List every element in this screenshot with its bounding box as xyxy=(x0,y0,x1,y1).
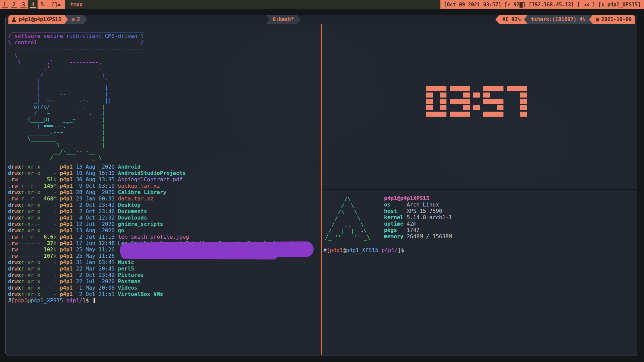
tmux-window-count-segment: ⊞ 2 xyxy=(68,15,83,24)
powerline-arrow-icon xyxy=(495,15,499,24)
focused-app-title: tmux xyxy=(70,0,83,9)
text-cursor xyxy=(94,298,95,303)
powerline-arrow-icon xyxy=(524,15,528,24)
tmux-status-right: AC 92% tshark:(181697) 4% ▦ 2021-10-09 xyxy=(495,15,635,24)
process-cpu-segment: tshark:(181697) 4% xyxy=(528,15,589,24)
file-row: drwxr-xr-x - p4p1 13 Aug 2020 Android xyxy=(8,164,302,170)
workspace-switcher: 12345[]= xyxy=(0,0,65,9)
file-row: drwxr-xr-x - p4p1 2 Oct 23:49 Pictures xyxy=(8,272,302,278)
tmux-session-info: p4p1@p4p1XPS15 ⊞ 2 xyxy=(8,15,87,24)
file-row: drwxr-xr-x - p4p1 2 Oct 21:51 VirtualBox… xyxy=(8,291,302,297)
system-info-row: host XPS 15 7590 xyxy=(384,208,452,214)
i3-status-bar: 12345[]= tmux [Oct 09 2021 03:57] [⚡ 92█… xyxy=(0,0,644,9)
session-user-label: p4p1@p4p1XPS15 xyxy=(19,16,61,22)
file-row: drwxr-x--- - p4p1 12 Jul 2020 ghidra_scr… xyxy=(8,221,302,227)
clock-digit xyxy=(450,86,470,118)
workspace-button-2[interactable]: 2 xyxy=(9,0,19,9)
file-row: drwxr-xr-x - p4p1 2 Oct 23:42 Desktop xyxy=(8,202,302,208)
clock-digit xyxy=(507,86,527,118)
file-row: drwxr-xr-x - p4p1 28 Aug 2020 Calibre Li… xyxy=(8,189,302,195)
user-icon xyxy=(12,17,16,22)
date-label: 2021-10-09 xyxy=(601,16,632,22)
shell-prompt[interactable]: #[p4p1@p4p1_XPS15 p4p1/]$ xyxy=(8,297,95,304)
tmux-window-tab[interactable]: 0:bash* xyxy=(266,15,301,24)
arch-linux-logo: /\ / \ /\ \ / \ / ,, \ / | | -\/_-'' ''-… xyxy=(325,196,370,241)
file-row: drwxr-xr-x - p4p1 10 Aug 15:30 AndroidSt… xyxy=(8,170,302,176)
neofetch-title: p4p1@p4p1XPS15 xyxy=(384,195,452,201)
file-row: .rw------- 51k p4p1 30 Aug 13:35 Aspiege… xyxy=(8,176,302,183)
workspace-button-1[interactable]: 1 xyxy=(0,0,9,9)
tmux-session-segment: p4p1@p4p1XPS15 xyxy=(8,15,64,24)
powerline-arrow-icon xyxy=(297,15,301,24)
cowsay-speech-bubble: ________________________________________… xyxy=(8,26,144,52)
file-row: drwxr-xr-x - p4p1 31 Jan 03:41 Music xyxy=(8,259,302,265)
file-row: drwxr-xr-x - p4p1 4 Oct 12:32 Downloads xyxy=(8,215,302,221)
clock-colon xyxy=(473,86,480,118)
file-row: drwxr-xr-x - p4p1 13 Aug 2020 go xyxy=(8,227,302,234)
shell-prompt[interactable]: #[p4p1@p4p1_XPS15 p4p1/]$ xyxy=(323,247,404,253)
system-info-row: kernel 5.14.8-arch1-1 xyxy=(384,214,452,221)
workspace-button-3[interactable]: 3 xyxy=(19,0,28,9)
system-info-row: os Arch Linux xyxy=(384,201,452,208)
workspace-button-5[interactable]: 5 xyxy=(38,0,47,9)
file-row: drwxr-xr-x - p4p1 2 Oct 23:46 Documents xyxy=(8,208,302,215)
layout-indicator: []= xyxy=(47,0,65,9)
system-info-row: uptime 42m xyxy=(384,221,452,227)
file-row: .rw-r--r-- 6.6k p4p1 2 Jul 11:13 leo_smi… xyxy=(8,234,302,240)
cowsay-ascii-art: \ \ ,' _------~~-, ,' , / : | ` | | | _-… xyxy=(8,53,111,161)
clock-digit xyxy=(483,86,503,118)
powerline-arrow-icon xyxy=(266,15,269,24)
clock-digit xyxy=(426,86,446,118)
system-info-row: memory 2648M / 15638M xyxy=(384,233,452,240)
file-row: .rw-r--r-- 468M p4p1 23 Jan 00:31 data.t… xyxy=(8,195,302,202)
tmux-status-bar: p4p1@p4p1XPS15 ⊞ 2 0:bash* AC 92% tshark… xyxy=(6,15,637,24)
file-row: .rw-r--r-- 145M p4p1 9 Oct 03:10 backup.… xyxy=(8,183,302,189)
file-row: drwxr-xr-x - p4p1 22 Mar 20:45 perl5 xyxy=(8,265,302,272)
tmux-pane-divider-horizontal[interactable] xyxy=(322,189,637,190)
powerline-arrow-icon xyxy=(64,15,68,24)
power-status-segment: AC 92% xyxy=(499,15,524,24)
redaction-marker xyxy=(121,250,278,259)
window-tab-label[interactable]: 0:bash* xyxy=(269,15,297,24)
workspace-button-4[interactable]: 4 xyxy=(28,0,38,9)
powerline-arrow-icon xyxy=(589,15,593,24)
window-count-label: 2 xyxy=(77,16,80,22)
windows-grid-icon: ⊞ xyxy=(71,16,74,22)
system-info-row: pkgs 1742 xyxy=(384,227,452,233)
file-row: drwxr-xr-x - p4p1 1 May 20:08 Videos xyxy=(8,285,302,291)
system-status-text: [Oct 09 2021 03:57] [⚡ 92█] [192.168.45.… xyxy=(440,0,644,9)
terminal-window: p4p1@p4p1XPS15 ⊞ 2 0:bash* AC 92% tshark… xyxy=(5,15,637,356)
system-info-panel: p4p1@p4p1XPS15 os Arch Linuxhost XPS 15 … xyxy=(384,195,452,240)
file-row: drwxr-xr-x - p4p1 22 Jul 2020 Postman xyxy=(8,278,302,285)
tty-clock xyxy=(426,86,527,118)
date-segment: ▦ 2021-10-09 xyxy=(593,15,635,24)
file-listing: drwxr-xr-x - p4p1 13 Aug 2020 Androiddrw… xyxy=(8,164,302,297)
powerline-arrow-icon xyxy=(84,15,87,24)
calendar-icon: ▦ xyxy=(596,16,599,22)
left-terminal-pane[interactable]: ________________________________________… xyxy=(8,24,321,356)
